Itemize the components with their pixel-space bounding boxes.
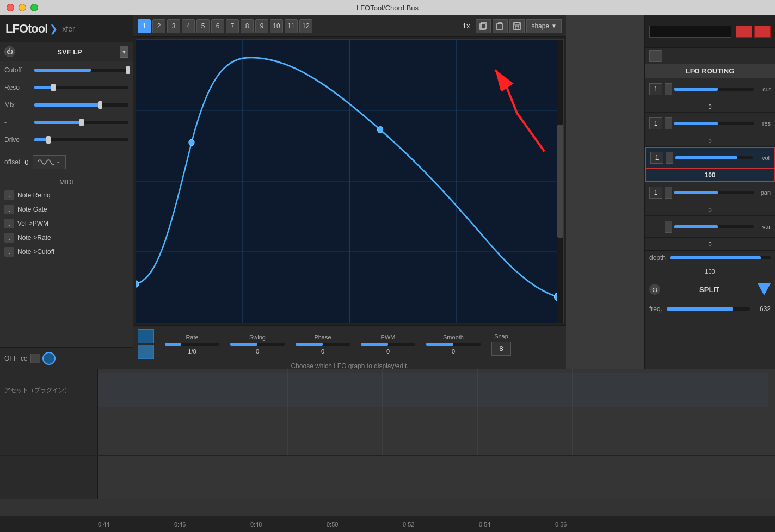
window-title: LFOTool/Chord Bus	[356, 4, 419, 12]
waveform-button[interactable]: ···	[33, 155, 65, 169]
sync-button[interactable]	[42, 352, 56, 365]
tab-6[interactable]: 6	[211, 19, 224, 33]
right-search-bar[interactable]	[649, 26, 731, 38]
routing-label-var: var	[757, 224, 771, 230]
copy-button[interactable]	[476, 19, 491, 33]
tab-10[interactable]: 10	[270, 19, 283, 33]
routing-slider-res[interactable]	[674, 122, 754, 125]
mix-row: Mix	[0, 96, 133, 114]
phase-slider[interactable]	[296, 343, 350, 346]
blank-slider[interactable]	[34, 121, 128, 124]
routing-row-res: 1 res	[645, 113, 775, 134]
routing-slider-cut[interactable]	[674, 88, 754, 91]
routing-num-vol[interactable]: 1	[650, 152, 663, 164]
routing-num-cut[interactable]: 1	[649, 83, 662, 95]
swing-slider[interactable]	[230, 343, 285, 346]
offset-label: offset	[4, 158, 20, 166]
routing-icon-bar	[645, 48, 775, 64]
track-label-3	[0, 456, 98, 499]
routing-slider-vol[interactable]	[675, 156, 753, 159]
blank-thumb[interactable]	[79, 119, 84, 126]
rate-value: 1/8	[188, 348, 196, 355]
routing-mini-slider-pan[interactable]	[665, 187, 672, 199]
time-mark-6: 0:56	[555, 521, 567, 528]
graph-scrollbar[interactable]	[557, 40, 563, 323]
note-gate-icon: ♩	[4, 205, 14, 214]
scrollbar-thumb[interactable]	[557, 125, 563, 238]
drive-slider[interactable]	[34, 138, 128, 141]
reso-label: Reso	[4, 84, 34, 91]
midi-item-note-retriq[interactable]: ♩ Note Retriq	[4, 188, 128, 202]
routing-num-res[interactable]: 1	[649, 117, 662, 129]
vel-pwm-icon: ♩	[4, 219, 14, 228]
depth-slider[interactable]	[670, 256, 771, 259]
routing-label-res: res	[757, 120, 771, 127]
tab-7[interactable]: 7	[226, 19, 239, 33]
midi-item-note-rate[interactable]: ♩ Note->Rate	[4, 231, 128, 245]
routing-slider-var[interactable]	[674, 225, 754, 228]
tab-12[interactable]: 12	[299, 19, 312, 33]
time-mark-0: 0:44	[98, 521, 109, 528]
waveform-select-top[interactable]	[138, 329, 154, 343]
routing-num-pan[interactable]: 1	[649, 187, 662, 199]
tab-8[interactable]: 8	[241, 19, 254, 33]
freq-label: freq.	[649, 305, 662, 313]
tab-3[interactable]: 3	[167, 19, 180, 33]
swing-control: Swing 0	[230, 334, 285, 355]
tab-4[interactable]: 4	[182, 19, 195, 33]
cc-label: cc	[21, 355, 27, 362]
drive-row: Drive	[0, 131, 133, 149]
split-icon[interactable]	[758, 283, 771, 295]
split-power-button[interactable]: ⏻	[649, 284, 660, 295]
grid-line	[382, 412, 383, 455]
time-mark-4: 0:52	[403, 521, 414, 528]
rate-control: Rate 1/8	[165, 334, 219, 355]
tab-1[interactable]: 1	[138, 19, 151, 33]
tab-11[interactable]: 11	[285, 19, 298, 33]
maximize-button[interactable]	[30, 4, 38, 11]
paste-button[interactable]	[493, 19, 508, 33]
lock-icon[interactable]	[30, 354, 40, 363]
lfo-graph[interactable]	[136, 39, 564, 323]
smooth-slider[interactable]	[426, 343, 481, 346]
routing-icon-button[interactable]	[649, 50, 662, 62]
minimize-button[interactable]	[19, 4, 26, 11]
cutoff-slider[interactable]	[34, 69, 128, 72]
routing-mini-slider-vol[interactable]	[666, 152, 673, 164]
drive-thumb[interactable]	[46, 136, 51, 144]
depth-fill	[670, 256, 760, 259]
routing-slider-res-fill	[674, 122, 718, 125]
off-label: OFF	[4, 355, 17, 362]
time-mark-3: 0:50	[327, 521, 338, 528]
red-button-1[interactable]	[736, 26, 752, 38]
save-button[interactable]	[509, 19, 525, 33]
cutoff-row: Cutoff	[0, 61, 133, 79]
rate-slider[interactable]	[165, 343, 219, 346]
cutoff-thumb[interactable]	[126, 66, 130, 74]
waveform-select-bottom[interactable]	[138, 345, 154, 359]
routing-mini-slider-var[interactable]	[665, 221, 672, 233]
red-button-2[interactable]	[754, 26, 771, 38]
pwm-slider[interactable]	[361, 343, 415, 346]
midi-item-vel-pwm[interactable]: ♩ Vel->PWM	[4, 216, 128, 231]
reso-thumb[interactable]	[51, 84, 56, 91]
filter-menu-button[interactable]: ▼	[120, 46, 128, 58]
snap-value-box[interactable]: 8	[491, 342, 511, 356]
routing-mini-slider-cut[interactable]	[665, 83, 672, 95]
split-header-row: ⏻ SPLIT	[645, 280, 775, 299]
close-button[interactable]	[7, 4, 14, 11]
mix-slider[interactable]	[34, 103, 128, 107]
tab-5[interactable]: 5	[196, 19, 210, 33]
tab-2[interactable]: 2	[152, 19, 165, 33]
midi-item-note-gate[interactable]: ♩ Note Gate	[4, 202, 128, 216]
freq-slider[interactable]	[667, 307, 750, 311]
routing-slider-pan[interactable]	[674, 191, 754, 194]
shape-button[interactable]: shape ▼	[526, 19, 562, 33]
note-retriq-label: Note Retriq	[17, 191, 51, 199]
tab-9[interactable]: 9	[255, 19, 268, 33]
power-button[interactable]: ⏻	[4, 46, 15, 57]
reso-slider[interactable]	[34, 86, 128, 89]
midi-item-note-cutoff[interactable]: ♩ Note->Cutoff	[4, 245, 128, 259]
routing-mini-slider-res[interactable]	[665, 117, 672, 129]
mix-thumb[interactable]	[98, 101, 102, 109]
